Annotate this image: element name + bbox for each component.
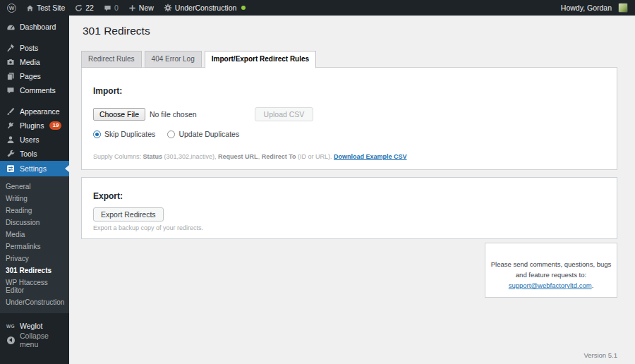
sidebar-item-label: Media xyxy=(20,58,40,66)
updates-link[interactable]: 22 xyxy=(75,4,94,12)
comments-link[interactable]: 0 xyxy=(104,4,119,12)
underconstruction-shortcut[interactable]: UnderConstruction xyxy=(164,4,246,12)
support-line2: and feature requests to: xyxy=(516,271,586,279)
help-prefix: Supply Columns: xyxy=(93,153,143,160)
import-panel: Import: Choose File No file chosen Uploa… xyxy=(81,67,617,170)
weglot-icon: WG xyxy=(6,324,16,329)
account-menu[interactable]: Howdy, Gordan xyxy=(561,3,628,13)
help-status-note: (301,302,inactive), xyxy=(162,153,218,160)
admin-bar-left: W Test Site 22 0 New xyxy=(7,4,246,13)
sidebar-item-tools[interactable]: Tools xyxy=(0,147,69,161)
file-chosen-status: No file chosen xyxy=(150,110,197,119)
import-heading: Import: xyxy=(93,86,605,96)
home-icon xyxy=(26,4,34,12)
support-box: Please send comments, questions, bugs an… xyxy=(485,243,617,298)
brush-icon xyxy=(6,107,16,116)
file-input-row: Choose File No file chosen Upload CSV xyxy=(93,107,605,121)
pages-icon xyxy=(6,72,16,80)
plugin-version: Version 5.1 xyxy=(583,351,617,359)
submenu-item-permalinks[interactable]: Permalinks xyxy=(0,241,69,253)
main-content: 301 Redirects Redirect Rules 404 Error L… xyxy=(69,16,635,364)
submenu-item-media[interactable]: Media xyxy=(0,229,69,241)
skip-duplicates-radio[interactable] xyxy=(93,131,101,138)
tab-404-error-log[interactable]: 404 Error Log xyxy=(145,51,202,68)
sidebar-item-media[interactable]: Media xyxy=(0,55,69,69)
submenu-item-general[interactable]: General xyxy=(0,181,69,193)
settings-submenu: General Writing Reading Discussion Media… xyxy=(0,176,69,313)
choose-file-button[interactable]: Choose File xyxy=(93,108,145,121)
sidebar-item-label: Posts xyxy=(20,44,38,52)
current-menu-arrow xyxy=(65,165,69,172)
submenu-item-301-redirects[interactable]: 301 Redirects xyxy=(0,265,69,277)
site-name-label: Test Site xyxy=(37,4,65,12)
comment-count: 0 xyxy=(114,4,119,12)
sidebar-item-posts[interactable]: Posts xyxy=(0,41,69,55)
sidebar-item-pages[interactable]: Pages xyxy=(0,69,69,83)
sidebar-item-plugins[interactable]: Plugins 19 xyxy=(0,119,69,133)
support-line1: Please send comments, questions, bugs xyxy=(491,260,612,268)
user-icon xyxy=(6,135,16,144)
dashboard-icon xyxy=(6,23,16,32)
tab-import-export[interactable]: Import/Export Redirect Rules xyxy=(205,51,316,68)
sidebar-item-appearance[interactable]: Appearance xyxy=(0,104,69,119)
sidebar-item-comments[interactable]: Comments xyxy=(0,83,69,97)
avatar xyxy=(618,3,628,13)
comment-bubble-icon xyxy=(104,4,111,12)
submenu-item-discussion[interactable]: Discussion xyxy=(0,217,69,229)
skip-duplicates-label[interactable]: Skip Duplicates xyxy=(104,130,155,138)
underconstruction-active-dot xyxy=(241,6,246,10)
new-content-button[interactable]: New xyxy=(128,4,154,12)
support-suffix: . xyxy=(592,281,594,289)
pin-icon xyxy=(6,44,16,52)
help-column-status: Status xyxy=(143,153,163,160)
upload-csv-button[interactable]: Upload CSV xyxy=(255,107,314,121)
tab-redirect-rules[interactable]: Redirect Rules xyxy=(81,51,142,68)
sidebar-item-label: Settings xyxy=(20,164,47,173)
howdy-label: Howdy, Gordan xyxy=(561,4,612,12)
site-name-link[interactable]: Test Site xyxy=(26,4,65,12)
download-example-csv-link[interactable]: Download Example CSV xyxy=(334,153,407,160)
new-label: New xyxy=(139,4,154,12)
sidebar-item-label: Comments xyxy=(20,86,56,95)
admin-bar-right: Howdy, Gordan xyxy=(561,3,628,13)
sidebar-item-label: Appearance xyxy=(20,107,60,116)
admin-bar: W Test Site 22 0 New xyxy=(0,0,635,16)
support-email-link[interactable]: support@webfactoryltd.com xyxy=(509,281,592,289)
wordpress-menu[interactable]: W xyxy=(7,4,16,13)
wrench-icon xyxy=(6,150,16,158)
sidebar-item-label: Pages xyxy=(20,72,41,80)
export-redirects-button[interactable]: Export Redirects xyxy=(93,207,164,222)
update-duplicates-label[interactable]: Update Duplicates xyxy=(179,130,239,138)
help-redirect-note: (ID or URL). xyxy=(296,153,334,160)
submenu-item-privacy[interactable]: Privacy xyxy=(0,253,69,265)
collapse-menu-label: Collapse menu xyxy=(20,332,65,348)
admin-sidebar: Dashboard Posts Media Pages Comments App… xyxy=(0,16,69,364)
export-description: Export a backup copy of your redirects. xyxy=(93,224,605,231)
gear-icon xyxy=(164,4,172,12)
collapse-menu-button[interactable]: Collapse menu xyxy=(0,333,69,347)
submenu-item-wp-htaccess-editor[interactable]: WP Htaccess Editor xyxy=(0,277,69,296)
plus-icon xyxy=(128,4,136,12)
help-column-request-url: Request URL xyxy=(218,153,258,160)
update-duplicates-radio[interactable] xyxy=(167,131,175,138)
sidebar-item-weglot[interactable]: WG Weglot xyxy=(0,319,69,333)
export-heading: Export: xyxy=(93,191,605,201)
camera-icon xyxy=(6,58,16,66)
sidebar-item-label: Users xyxy=(20,135,39,144)
tab-bar: Redirect Rules 404 Error Log Import/Expo… xyxy=(81,51,617,68)
help-column-redirect-to: Redirect To xyxy=(262,153,296,160)
import-help-text: Supply Columns: Status (301,302,inactive… xyxy=(93,153,605,160)
sidebar-item-label: Plugins xyxy=(20,121,44,130)
underconstruction-label: UnderConstruction xyxy=(175,4,237,12)
sidebar-item-users[interactable]: Users xyxy=(0,133,69,147)
submenu-item-reading[interactable]: Reading xyxy=(0,205,69,217)
submenu-item-writing[interactable]: Writing xyxy=(0,193,69,205)
duplicates-radio-group: Skip Duplicates Update Duplicates xyxy=(93,130,605,138)
sidebar-item-dashboard[interactable]: Dashboard xyxy=(0,20,69,34)
submenu-item-underconstruction[interactable]: UnderConstruction xyxy=(0,296,69,308)
settings-icon xyxy=(6,164,16,173)
page-title: 301 Redirects xyxy=(83,24,617,38)
sidebar-item-settings[interactable]: Settings xyxy=(0,161,69,176)
sidebar-item-label: Tools xyxy=(20,150,37,158)
update-count: 22 xyxy=(85,4,94,12)
